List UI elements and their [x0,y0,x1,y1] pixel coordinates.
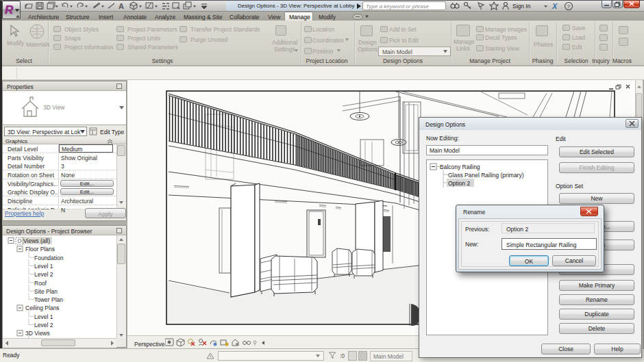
svg-text:R: R [5,3,14,16]
